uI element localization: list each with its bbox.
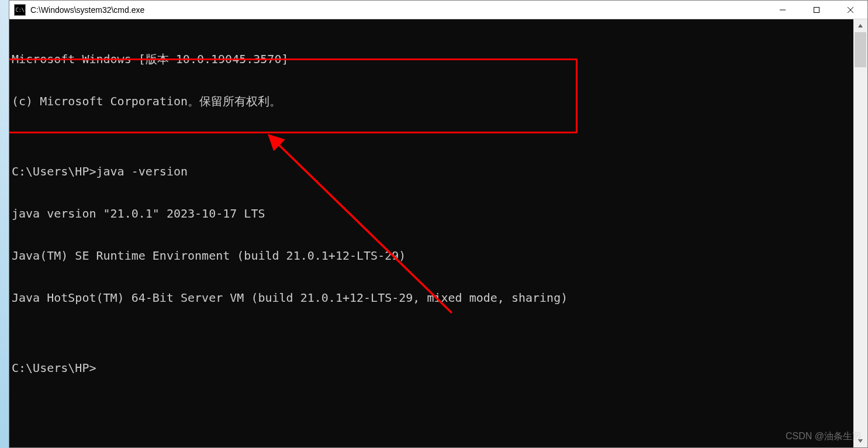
minimize-button[interactable] bbox=[766, 1, 800, 19]
terminal-line: (c) Microsoft Corporation。保留所有权利。 bbox=[12, 94, 851, 108]
svg-marker-5 bbox=[858, 24, 863, 27]
window-controls bbox=[766, 1, 867, 19]
terminal-line: java version "21.0.1" 2023-10-17 LTS bbox=[12, 206, 851, 220]
terminal-line: C:\Users\HP>java -version bbox=[12, 164, 851, 178]
cmd-icon: C:\ bbox=[14, 4, 26, 16]
cmd-window: C:\ C:\Windows\system32\cmd.exe Microsof… bbox=[9, 0, 868, 448]
maximize-button[interactable] bbox=[800, 1, 834, 19]
close-button[interactable] bbox=[834, 1, 867, 19]
vertical-scrollbar[interactable] bbox=[853, 19, 867, 447]
scroll-up-button[interactable] bbox=[853, 19, 867, 32]
scroll-track[interactable] bbox=[853, 32, 867, 435]
terminal-line: Microsoft Windows [版本 10.0.19045.3570] bbox=[12, 52, 851, 66]
scroll-thumb[interactable] bbox=[855, 32, 866, 67]
svg-rect-1 bbox=[814, 7, 819, 12]
scroll-down-button[interactable] bbox=[853, 435, 867, 447]
terminal-line: C:\Users\HP> bbox=[12, 361, 851, 375]
window-title: C:\Windows\system32\cmd.exe bbox=[30, 5, 766, 15]
titlebar[interactable]: C:\ C:\Windows\system32\cmd.exe bbox=[9, 1, 867, 19]
svg-marker-6 bbox=[858, 439, 863, 443]
terminal-content: Microsoft Windows [版本 10.0.19045.3570] (… bbox=[9, 19, 853, 447]
terminal-body[interactable]: Microsoft Windows [版本 10.0.19045.3570] (… bbox=[9, 19, 867, 447]
terminal-line: Java HotSpot(TM) 64-Bit Server VM (build… bbox=[12, 291, 851, 305]
terminal-line: Java(TM) SE Runtime Environment (build 2… bbox=[12, 249, 851, 263]
